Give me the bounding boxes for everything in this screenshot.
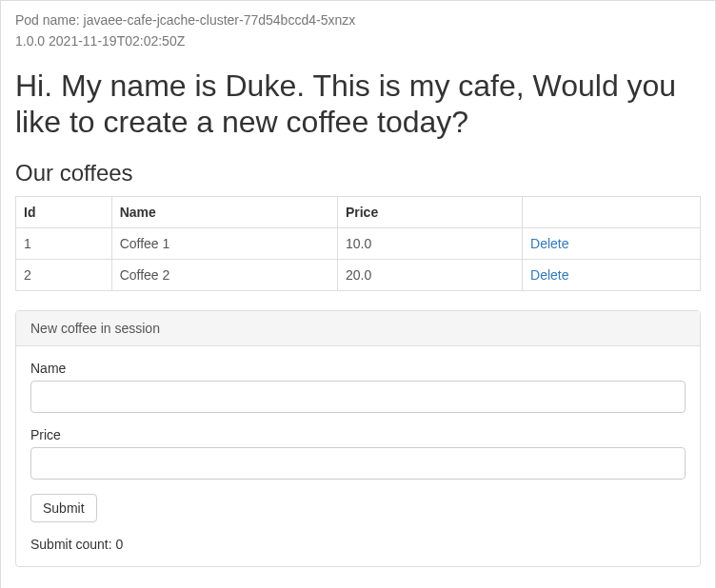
header-action xyxy=(523,196,701,227)
pod-name-label: Pod name: xyxy=(15,12,84,28)
price-form-group: Price xyxy=(30,427,686,480)
cell-price: 10.0 xyxy=(337,227,522,259)
delete-link[interactable]: Delete xyxy=(530,267,568,283)
submit-count-label: Submit count: xyxy=(30,537,116,552)
cell-name: Coffee 1 xyxy=(111,227,337,259)
panel-heading: New coffee in session xyxy=(16,311,700,346)
cell-id: 1 xyxy=(16,227,112,259)
our-coffees-heading: Our coffees xyxy=(15,160,701,186)
cell-action: Delete xyxy=(523,227,701,259)
table-header-row: Id Name Price xyxy=(16,196,701,227)
header-id: Id xyxy=(16,196,112,227)
price-input[interactable] xyxy=(30,447,686,480)
submit-button[interactable]: Submit xyxy=(30,494,97,522)
price-label: Price xyxy=(30,427,686,442)
new-coffee-panel: New coffee in session Name Price Submit … xyxy=(15,310,701,567)
header-name: Name xyxy=(111,196,337,227)
page-container: Pod name: javaee-cafe-jcache-cluster-77d… xyxy=(0,0,716,588)
pod-name-line: Pod name: javaee-cafe-jcache-cluster-77d… xyxy=(15,12,701,28)
pod-name-value: javaee-cafe-jcache-cluster-77d54bccd4-5x… xyxy=(84,12,356,28)
table-row: 2 Coffee 2 20.0 Delete xyxy=(16,259,701,290)
header-price: Price xyxy=(337,196,522,227)
name-form-group: Name xyxy=(30,361,686,413)
submit-count-value: 0 xyxy=(116,537,124,552)
cell-name: Coffee 2 xyxy=(111,259,337,290)
page-heading: Hi. My name is Duke. This is my cafe, Wo… xyxy=(15,68,701,141)
name-label: Name xyxy=(30,361,686,376)
build-info: 1.0.0 2021-11-19T02:02:50Z xyxy=(15,33,701,49)
panel-body: Name Price Submit Submit count: 0 xyxy=(16,346,700,566)
delete-link[interactable]: Delete xyxy=(530,236,568,251)
submit-count-line: Submit count: 0 xyxy=(30,537,686,552)
table-row: 1 Coffee 1 10.0 Delete xyxy=(16,227,701,259)
cell-id: 2 xyxy=(16,259,112,290)
cell-action: Delete xyxy=(523,259,701,290)
cell-price: 20.0 xyxy=(337,259,522,290)
name-input[interactable] xyxy=(30,381,686,413)
coffees-table: Id Name Price 1 Coffee 1 10.0 Delete 2 C… xyxy=(15,196,701,291)
